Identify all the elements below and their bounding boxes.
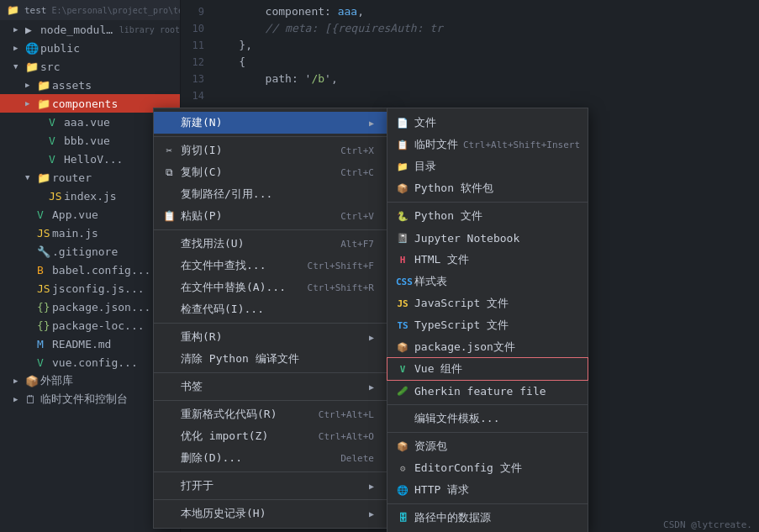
- new-menu-item-stylesheet[interactable]: CSS样式表: [387, 271, 588, 292]
- menu-item-shortcut: Ctrl+X: [340, 145, 374, 156]
- line-number: 12: [181, 54, 213, 71]
- new-item-label: package.json文件: [414, 340, 515, 355]
- new-menu-item-http_request[interactable]: 🌐HTTP 请求: [387, 479, 588, 501]
- sidebar-item-label: HelloV...: [64, 153, 123, 166]
- menu-item-copy[interactable]: ⧉复制(C)Ctrl+C: [154, 161, 387, 183]
- new-item-icon-pkg_json: 📦: [396, 342, 409, 353]
- new-item-label: 样式表: [414, 274, 447, 289]
- new-menu-item-python_file[interactable]: 🐍Python 文件: [387, 205, 588, 227]
- menu-item-new[interactable]: 新建(N)▶: [154, 112, 387, 134]
- menu-item-cut[interactable]: ✂剪切(I)Ctrl+X: [154, 140, 387, 161]
- project-folder-icon: 📁: [7, 4, 19, 16]
- new-menu-item-pkg_json[interactable]: 📦package.json文件: [387, 336, 588, 358]
- chevron-icon: ▶: [13, 44, 25, 52]
- json-icon: {}: [37, 301, 52, 313]
- sidebar-item-label: index.js: [64, 190, 117, 203]
- sidebar-item-label: public: [40, 42, 80, 55]
- sidebar-item-label: App.vue: [52, 208, 98, 221]
- menu-item-delete[interactable]: 删除(D)...Delete: [154, 447, 387, 469]
- menu-item-find_file[interactable]: 在文件中查找...Ctrl+Shift+F: [154, 255, 387, 277]
- menu-item-find_usage[interactable]: 查找用法(U)Alt+F7: [154, 233, 387, 255]
- menu-item-inspect[interactable]: 检查代码(I)...: [154, 298, 387, 320]
- folder-src-icon: 📁: [25, 61, 40, 73]
- new-menu-item-file[interactable]: 📄文件: [387, 112, 588, 134]
- menu-item-label: 复制(C): [181, 165, 222, 180]
- menu-item-refactor[interactable]: 重构(R)▶: [154, 326, 387, 348]
- sidebar-item-label: main.js: [52, 227, 98, 240]
- new-menu-item-python_pkg[interactable]: 📦Python 软件包: [387, 177, 588, 199]
- menu-item-label: 清除 Python 编译文件: [181, 351, 299, 366]
- new-menu-item-editor_config[interactable]: ⚙EditorConfig 文件: [387, 457, 588, 479]
- context-menu-main: 新建(N)▶✂剪切(I)Ctrl+X⧉复制(C)Ctrl+C复制路径/引用...…: [153, 108, 388, 529]
- menu-item-replace[interactable]: 在文件中替换(A)...Ctrl+Shift+R: [154, 277, 387, 298]
- sidebar-item-src[interactable]: ▼📁src: [0, 57, 180, 76]
- new-item-icon-http_request: 🌐: [396, 485, 409, 496]
- menu-item-optimize[interactable]: 优化 import(Z)Ctrl+Alt+O: [154, 425, 387, 447]
- chevron-icon: ▶: [13, 395, 25, 403]
- project-name: test: [24, 5, 47, 16]
- menu-item-shortcut: Alt+F7: [340, 239, 374, 250]
- menu-item-shortcut: Delete: [340, 453, 374, 464]
- new-menu-item-html_file[interactable]: HHTML 文件: [387, 249, 588, 271]
- new-menu-item-gherkin[interactable]: 🥒Gherkin feature file: [387, 380, 588, 402]
- menu-item-label: 优化 import(Z): [181, 429, 268, 444]
- sidebar-item-node_modules[interactable]: ▶▶node_moduleslibrary root: [0, 20, 180, 39]
- new-item-label: Jupyter Notebook: [414, 232, 519, 245]
- json-icon: {}: [37, 319, 52, 332]
- new-item-icon-js_file: JS: [396, 298, 409, 309]
- sidebar-item-label: README.md: [52, 338, 111, 350]
- babel-icon: B: [37, 264, 52, 277]
- submenu-separator: [387, 503, 588, 504]
- library-badge: library root: [119, 25, 180, 34]
- editor-line-10: 10 // meta: [{requiresAuth: tr: [181, 20, 759, 37]
- new-menu-item-jupyter[interactable]: 📓Jupyter Notebook: [387, 227, 588, 249]
- bottom-bar: CSDN @lytcreate.: [656, 518, 759, 532]
- menu-separator: [154, 229, 387, 230]
- context-menu-new: 📄文件📋临时文件Ctrl+Alt+Shift+Insert📁目录📦Python …: [387, 108, 588, 532]
- new-item-label: TypeScript 文件: [414, 318, 509, 333]
- sidebar-title: 📁 test E:\personal\project_pro\test: [0, 0, 180, 20]
- menu-item-label: 重新格式化代码(R): [181, 407, 277, 422]
- menu-item-bookmark[interactable]: 书签▶: [154, 376, 387, 398]
- new-item-label: Gherkin feature file: [414, 385, 546, 398]
- scratch-icon: 🗒: [25, 393, 40, 406]
- new-item-label: HTML 文件: [414, 252, 469, 267]
- new-menu-item-vue_component[interactable]: VVue 组件: [387, 358, 588, 380]
- line-code: component: aaa,: [213, 3, 364, 20]
- menu-item-open_in[interactable]: 打开于▶: [154, 475, 387, 497]
- menu-item-local_hist[interactable]: 本地历史记录(H)▶: [154, 503, 387, 524]
- submenu-separator: [387, 404, 588, 405]
- menu-item-label: 复制路径/引用...: [181, 187, 272, 202]
- menu-item-shortcut: Ctrl+C: [340, 167, 374, 178]
- menu-separator: [154, 323, 387, 324]
- js-icon: JS: [49, 190, 64, 203]
- new-menu-item-resource_pkg[interactable]: 📦资源包: [387, 435, 588, 457]
- new-menu-item-data_source[interactable]: 🗄路径中的数据源: [387, 507, 588, 529]
- sidebar-item-public[interactable]: ▶🌐public: [0, 39, 180, 57]
- attribution-text: CSDN @lytcreate.: [663, 519, 752, 530]
- new-item-icon-gherkin: 🥒: [396, 386, 409, 397]
- menu-item-clean[interactable]: 清除 Python 编译文件: [154, 348, 387, 370]
- submenu-arrow-icon: ▶: [369, 482, 374, 491]
- sidebar-item-label: package-loc...: [52, 319, 145, 332]
- sidebar-item-label: bbb.vue: [64, 134, 110, 147]
- new-item-label: 路径中的数据源: [414, 510, 491, 525]
- new-menu-item-js_file[interactable]: JSJavaScript 文件: [387, 292, 588, 314]
- menu-item-paste[interactable]: 📋粘贴(P)Ctrl+V: [154, 205, 387, 227]
- menu-item-copy_path[interactable]: 复制路径/引用...: [154, 183, 387, 205]
- menu-item-label: 书签: [181, 379, 203, 394]
- sidebar-item-assets[interactable]: ▶📁assets: [0, 76, 180, 94]
- menu-item-label: 在文件中查找...: [181, 258, 266, 273]
- new-menu-item-directory[interactable]: 📁目录: [387, 155, 588, 177]
- editor-line-9: 9 component: aaa,: [181, 3, 759, 20]
- menu-item-reformat[interactable]: 重新格式化代码(R)Ctrl+Alt+L: [154, 403, 387, 425]
- sidebar-item-label: components: [52, 97, 118, 110]
- menu-item-label: 查找用法(U): [181, 236, 244, 251]
- menu-item-label: 在文件中替换(A)...: [181, 280, 286, 295]
- new-menu-item-scratch[interactable]: 📋临时文件Ctrl+Alt+Shift+Insert: [387, 134, 588, 155]
- menu-separator: [154, 136, 387, 137]
- new-menu-item-edit_template[interactable]: 编辑文件模板...: [387, 408, 588, 429]
- menu-item-label: 本地历史记录(H): [181, 506, 266, 521]
- new-menu-item-ts_file[interactable]: TSTypeScript 文件: [387, 314, 588, 336]
- editor-line-14: 14: [181, 87, 759, 104]
